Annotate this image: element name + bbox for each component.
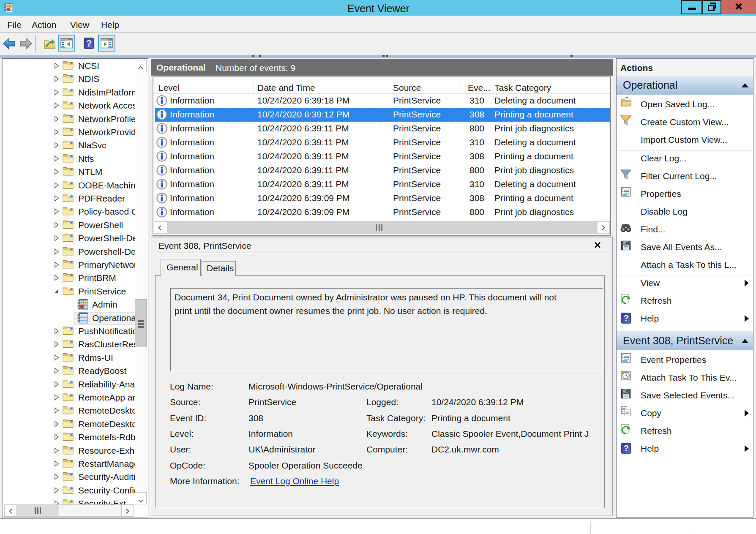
svg-text:?: ? — [623, 443, 629, 453]
svg-text:?: ? — [623, 313, 629, 323]
svg-text:?: ? — [86, 38, 92, 49]
